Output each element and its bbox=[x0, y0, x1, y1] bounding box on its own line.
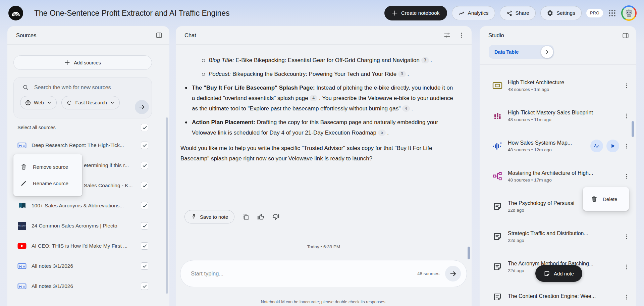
citation-badge[interactable]: 3 bbox=[398, 71, 406, 77]
source-list-item[interactable]: Deep Research Report: The High-Tick... bbox=[7, 135, 169, 155]
plus-icon bbox=[392, 10, 398, 16]
search-submit-button[interactable] bbox=[135, 100, 149, 114]
source-checkbox[interactable] bbox=[141, 283, 148, 290]
citation-badge[interactable]: 3 bbox=[421, 57, 429, 63]
source-title: AI CEO: THIS is How I'd Make My First ..… bbox=[32, 243, 148, 249]
chip-scroll-right-button[interactable] bbox=[541, 46, 553, 58]
studio-scrollbar[interactable] bbox=[632, 121, 634, 137]
chat-more-options-icon[interactable] bbox=[458, 32, 465, 39]
source-title: Deep Research Report: The High-Tick... bbox=[32, 142, 148, 148]
chat-panel: Chat Blog Title: E-Bike Bikepacking: Ess… bbox=[176, 26, 472, 306]
add-note-button[interactable]: Add note bbox=[535, 265, 582, 282]
book-favicon-icon bbox=[17, 202, 26, 210]
studio-item-more-icon[interactable] bbox=[622, 234, 631, 240]
copy-response-icon[interactable] bbox=[242, 213, 250, 221]
studio-list-item[interactable]: High-Ticket Mastery Sales Blueprint 48 s… bbox=[480, 101, 636, 131]
data-table-chip[interactable]: Data Table bbox=[489, 49, 519, 55]
studio-list-item[interactable]: Mastering the Architecture of High... 48… bbox=[480, 161, 636, 191]
source-checkbox[interactable] bbox=[141, 242, 148, 250]
source-checkbox[interactable] bbox=[141, 262, 148, 270]
source-checkbox[interactable] bbox=[141, 162, 148, 169]
studio-list-item[interactable]: How Sales Systems Map... 48 sources • 12… bbox=[480, 131, 636, 161]
chat-panel-header: Chat bbox=[176, 26, 472, 45]
sub-bullet-marker bbox=[202, 59, 205, 62]
header-actions: Create notebook Analytics Share Settings… bbox=[384, 0, 637, 26]
disclaimer-text: NotebookLM can be inaccurate; please dou… bbox=[176, 300, 472, 304]
notebooklm-logo[interactable] bbox=[8, 5, 23, 21]
source-list-item[interactable]: All notes 3/1/2026 bbox=[7, 256, 169, 276]
studio-item-more-icon[interactable] bbox=[622, 143, 631, 149]
source-checkbox[interactable] bbox=[141, 202, 148, 209]
citation-badge[interactable]: 5 bbox=[378, 130, 386, 136]
studio-item-meta: 48 sources • 12m ago bbox=[508, 147, 590, 152]
collapse-panel-icon[interactable] bbox=[622, 32, 629, 39]
notebook-title[interactable]: The One-Sentence Profit Extractor and AI… bbox=[34, 9, 230, 18]
trending-up-icon bbox=[458, 10, 465, 16]
apps-grid-icon[interactable] bbox=[608, 9, 616, 17]
source-list-item[interactable]: 100+ Sales Acronyms & Abbreviations... bbox=[7, 196, 169, 216]
bar-chart-icon bbox=[492, 110, 503, 121]
analytics-button[interactable]: Analytics bbox=[452, 6, 495, 20]
chat-timestamp: Today • 6:39 PM bbox=[176, 244, 472, 249]
chat-scrollbar[interactable] bbox=[468, 247, 470, 259]
citation-badge[interactable]: 4 bbox=[310, 95, 317, 101]
source-title: 100+ Sales Acronyms & Abbreviations... bbox=[32, 203, 148, 209]
studio-item-more-icon[interactable] bbox=[622, 294, 631, 300]
markdown-source-icon bbox=[17, 142, 26, 149]
chat-input-box[interactable]: Start typing... 48 sources bbox=[180, 260, 467, 287]
create-notebook-button[interactable]: Create notebook bbox=[384, 6, 447, 20]
source-list-item[interactable]: PLECTO 24 Common Sales Acronyms | Plecto bbox=[7, 216, 169, 236]
studio-item-meta: 48 sources • 17m ago bbox=[508, 177, 622, 183]
select-all-checkbox[interactable] bbox=[141, 124, 148, 131]
note-icon bbox=[492, 261, 503, 272]
save-to-note-label: Save to note bbox=[200, 214, 228, 220]
studio-item-more-icon[interactable] bbox=[622, 113, 631, 119]
studio-item-text: How Sales Systems Map... 48 sources • 12… bbox=[508, 140, 590, 152]
source-checkbox[interactable] bbox=[141, 222, 148, 230]
source-checkbox[interactable] bbox=[141, 182, 148, 189]
flowchart-icon bbox=[492, 171, 503, 182]
studio-list-item[interactable]: Strategic Traffic and Distribution... 22… bbox=[480, 221, 636, 252]
studio-item-title: Mastering the Architecture of High... bbox=[508, 170, 622, 176]
source-checkbox[interactable] bbox=[141, 142, 148, 149]
remove-source-menu-item[interactable]: Remove source bbox=[13, 159, 82, 175]
studio-list-item[interactable]: High Ticket Architecture 48 sources • 1m… bbox=[480, 70, 636, 101]
studio-list-item[interactable]: The Content Creation Engine: Wee... bbox=[480, 282, 636, 306]
research-mode-dropdown[interactable]: Fast Research bbox=[61, 96, 120, 109]
studio-item-more-icon[interactable] bbox=[622, 83, 631, 89]
markdown-source-icon bbox=[17, 283, 26, 290]
search-input[interactable]: Search the web for new sources bbox=[14, 78, 152, 91]
user-avatar[interactable] bbox=[621, 5, 637, 21]
thumbs-down-icon[interactable] bbox=[272, 213, 280, 221]
studio-item-more-icon[interactable] bbox=[622, 173, 631, 180]
settings-button[interactable]: Settings bbox=[540, 6, 582, 20]
app-header: The One-Sentence Profit Extractor and AI… bbox=[0, 0, 644, 26]
collapse-panel-icon[interactable] bbox=[155, 32, 163, 39]
share-button[interactable]: Share bbox=[500, 6, 536, 20]
studio-item-more-icon[interactable] bbox=[622, 264, 631, 270]
studio-divider bbox=[480, 64, 636, 65]
plecto-favicon-icon: PLECTO bbox=[17, 222, 26, 230]
note-icon bbox=[492, 231, 503, 242]
sources-panel: Sources Add sources Search the web for n… bbox=[7, 26, 169, 306]
chat-settings-sliders-icon[interactable] bbox=[443, 32, 451, 39]
sources-scrollbar[interactable] bbox=[166, 117, 168, 294]
add-note-label: Add note bbox=[554, 271, 574, 276]
citation-badge[interactable]: 4 bbox=[402, 105, 410, 112]
play-audio-button[interactable] bbox=[606, 140, 619, 152]
audio-waveform-icon bbox=[492, 141, 503, 151]
source-list-item[interactable]: AI CEO: THIS is How I'd Make My First ..… bbox=[7, 236, 169, 256]
save-to-note-button[interactable]: Save to note bbox=[184, 210, 234, 223]
interactive-mode-button[interactable] bbox=[590, 140, 603, 152]
add-sources-label: Add sources bbox=[74, 60, 101, 65]
markdown-source-icon bbox=[17, 262, 26, 270]
send-message-button[interactable] bbox=[445, 266, 461, 282]
studio-delete-menu[interactable]: Delete bbox=[583, 187, 629, 211]
rename-source-menu-item[interactable]: Rename source bbox=[13, 175, 82, 192]
thumbs-up-icon[interactable] bbox=[257, 213, 265, 221]
source-list-item[interactable]: All notes 3/1/2026 bbox=[7, 276, 169, 296]
studio-chip-strip: Data Table bbox=[489, 45, 554, 59]
research-mode-label: Fast Research bbox=[75, 100, 107, 105]
web-filter-dropdown[interactable]: Web bbox=[20, 96, 57, 109]
add-sources-button[interactable]: Add sources bbox=[13, 55, 152, 70]
